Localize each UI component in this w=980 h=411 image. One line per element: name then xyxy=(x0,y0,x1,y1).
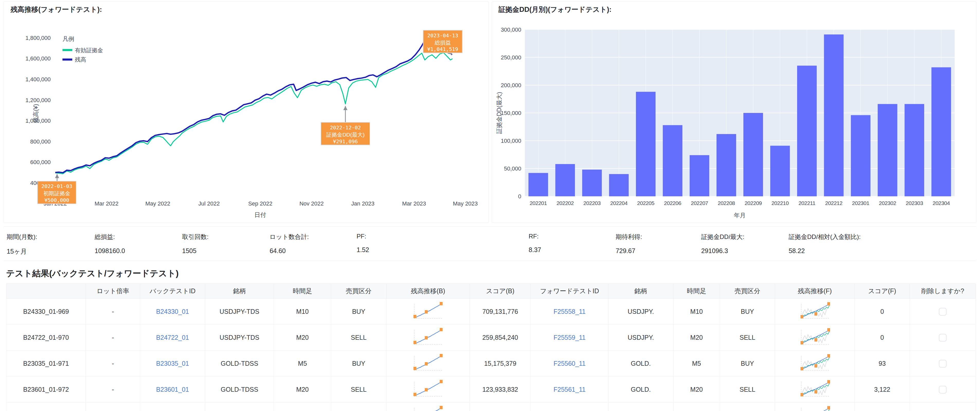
series-balance xyxy=(55,42,452,172)
delete-checkbox[interactable] xyxy=(939,308,947,315)
timeframe-backtest: M10 xyxy=(274,403,331,411)
results-table-header: ロット倍率バックテストID銘柄時間足売買区分残高推移(B)スコア(B)フォワード… xyxy=(6,284,976,299)
backtest-id-link[interactable]: B23601_01 xyxy=(156,386,189,393)
legend[interactable]: 凡例有効証拠金残高 xyxy=(62,35,103,63)
svg-text:202302: 202302 xyxy=(879,200,896,206)
side-forward: BUY xyxy=(720,299,775,325)
svg-text:202202: 202202 xyxy=(557,200,574,206)
side-backtest: BUY xyxy=(331,299,386,325)
svg-text:202207: 202207 xyxy=(691,200,708,206)
forwardtest-id-link[interactable]: F25559_11 xyxy=(554,334,585,341)
dd-bar-chart: 050,000100,000150,000200,000250,000300,0… xyxy=(492,2,977,223)
stat-pf-label: PF: xyxy=(357,233,529,240)
balance-sparkline-backtest xyxy=(411,406,445,411)
delete-checkbox[interactable] xyxy=(939,334,947,342)
svg-text:総損益: 総損益 xyxy=(434,40,451,46)
balance-sparkline-backtest xyxy=(411,328,445,347)
delete-checkbox[interactable] xyxy=(939,360,947,368)
delete-checkbox-cell xyxy=(910,403,976,411)
timeframe-forward: M20 xyxy=(673,325,720,350)
svg-text:50,000: 50,000 xyxy=(504,166,521,172)
balance-sparkline-forward xyxy=(798,302,832,321)
delete-checkbox[interactable] xyxy=(939,386,947,393)
backtest-id-link: B24722_01 xyxy=(140,325,205,350)
stat-dd-max-label: 証拠金DD/最大: xyxy=(701,233,789,241)
stat-expected-gain: 期待利得:729.67 xyxy=(616,233,701,256)
lot-multiplier: - xyxy=(86,350,140,376)
col-timeframe-f: 時間足 xyxy=(673,284,720,299)
row-id: B23601_01-972 xyxy=(6,376,86,403)
lot-multiplier: - xyxy=(86,325,140,350)
balance-sparkline-forward xyxy=(798,354,832,373)
timeframe-forward: M20 xyxy=(673,376,720,403)
svg-text:100,000: 100,000 xyxy=(501,138,521,144)
side-forward: SELL xyxy=(720,325,775,350)
stat-dd-relative-value: 58.22 xyxy=(789,247,973,255)
charts-row: 残高推移(フォワードテスト): 400,000600,000800,0001,0… xyxy=(0,0,980,223)
stat-total-profit-value: 1098160.0 xyxy=(95,247,182,255)
forwardtest-id-link: F25635_11 xyxy=(531,403,608,411)
balance-sparkline-forward xyxy=(798,328,832,347)
stat-period: 期間(月数):15ヶ月 xyxy=(7,233,95,256)
bar-202303 xyxy=(904,104,924,196)
backtest-id-link[interactable]: B23035_01 xyxy=(156,360,189,367)
svg-text:202203: 202203 xyxy=(583,200,600,206)
forwardtest-id-link[interactable]: F25561_11 xyxy=(554,386,585,393)
col-timeframe-b: 時間足 xyxy=(274,284,331,299)
score-forward: 93 xyxy=(854,350,910,376)
bar-202205 xyxy=(636,92,655,196)
stat-dd-relative-label: 証拠金DD/相対(入金額比): xyxy=(789,233,973,241)
score-forward: 3,122 xyxy=(854,376,910,403)
legend-title: 凡例 xyxy=(62,35,74,42)
svg-text:202208: 202208 xyxy=(718,200,735,206)
bar-202208 xyxy=(716,134,736,196)
balance-chart-title: 残高推移(フォワードテスト): xyxy=(11,5,102,14)
x-axis-title: 年月 xyxy=(733,212,746,218)
stat-trade-count-value: 1505 xyxy=(182,247,269,255)
svg-text:¥500,000: ¥500,000 xyxy=(45,197,69,203)
backtest-id-link[interactable]: B24722_01 xyxy=(156,334,189,341)
row-id: B24330_01-969 xyxy=(6,299,86,325)
stat-total-profit: 総損益:1098160.0 xyxy=(95,233,182,256)
table-row: B23601_01-972-B23601_01GOLD-TDSSM20SELL1… xyxy=(6,376,976,403)
col-backtest-id: バックテストID xyxy=(140,284,205,299)
col-lot-multiplier: ロット倍率 xyxy=(86,284,140,299)
svg-text:1,600,000: 1,600,000 xyxy=(25,56,51,62)
summary-stats-row: 期間(月数):15ヶ月総損益:1098160.0取引回数:1505ロット数合計:… xyxy=(3,226,977,261)
svg-text:202206: 202206 xyxy=(664,200,681,206)
svg-text:202205: 202205 xyxy=(637,200,654,206)
forwardtest-id-link[interactable]: F25560_11 xyxy=(554,360,585,367)
score-forward: 0 xyxy=(854,325,910,350)
svg-text:300,000: 300,000 xyxy=(501,27,521,33)
dd-chart-panel: 証拠金DD(月別)(フォワードテスト): 050,000100,000150,0… xyxy=(492,2,977,223)
annotation-total-profit: 2023-04-13総損益¥1,041,519 xyxy=(423,30,462,56)
table-row: B23035_01-971-B23035_01GOLD-TDSSM5BUY15,… xyxy=(6,350,976,376)
svg-text:250,000: 250,000 xyxy=(501,54,521,61)
col-symbol-b: 銘柄 xyxy=(205,284,274,299)
stat-rf: RF:8.37 xyxy=(529,233,616,256)
svg-text:初期証拠金: 初期証拠金 xyxy=(43,190,70,196)
side-forward: SELL xyxy=(720,403,775,411)
svg-text:600,000: 600,000 xyxy=(30,159,51,166)
legend-label-0: 有効証拠金 xyxy=(75,47,103,54)
stat-dd-relative: 証拠金DD/相対(入金額比):58.22 xyxy=(789,233,973,256)
dd-chart-title: 証拠金DD(月別)(フォワードテスト): xyxy=(499,5,611,14)
forwardtest-id-link[interactable]: F25558_11 xyxy=(554,308,585,315)
bar-202204 xyxy=(609,174,628,196)
stat-total-lots-label: ロット数合計: xyxy=(269,233,356,241)
timeframe-backtest: M20 xyxy=(274,376,331,403)
col-score-f: スコア(F) xyxy=(854,284,910,299)
score-backtest: 46,003,896 xyxy=(469,403,531,411)
svg-text:2023-04-13: 2023-04-13 xyxy=(427,32,458,38)
score-backtest: 123,933,832 xyxy=(469,376,531,403)
timeframe-forward: M10 xyxy=(673,403,720,411)
row-id: B23035_01-971 xyxy=(6,350,86,376)
backtest-id-link: B24330_01 xyxy=(140,299,205,325)
backtest-id-link[interactable]: B24330_01 xyxy=(156,308,189,315)
symbol-backtest: EURGBP-TDS xyxy=(205,403,274,411)
backtest-id-link: B23035_01 xyxy=(140,350,205,376)
sparkline-backtest-cell xyxy=(386,325,469,350)
score-backtest: 259,854,240 xyxy=(469,325,531,350)
svg-text:2022-01-03: 2022-01-03 xyxy=(41,183,72,189)
row-id: B24722_01-970 xyxy=(6,325,86,350)
